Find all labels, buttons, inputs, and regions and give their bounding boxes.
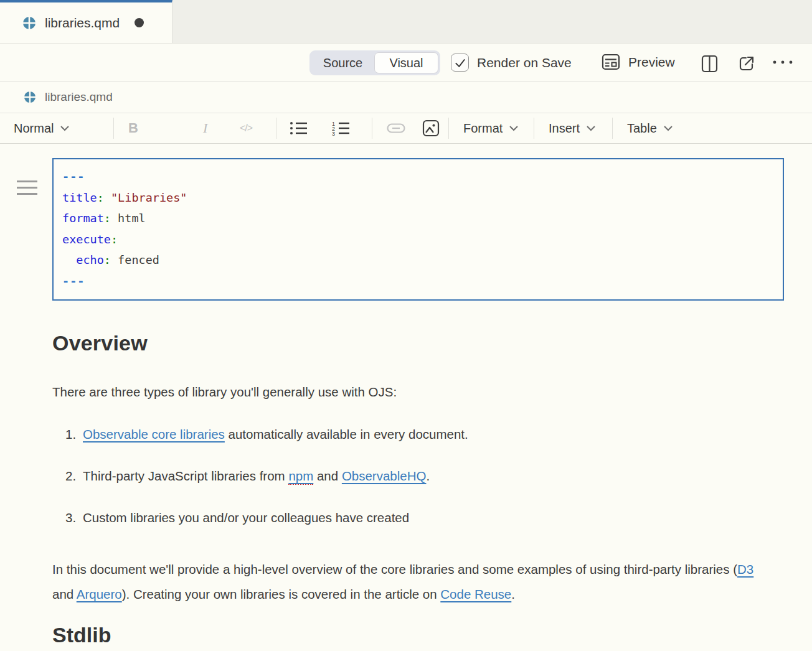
heading-overview: Overview (52, 331, 784, 355)
check-icon (454, 57, 466, 69)
table-menu-label: Table (627, 121, 657, 136)
open-external-icon (738, 55, 755, 72)
doc-text: . (426, 469, 430, 483)
chevron-down-icon (663, 125, 673, 131)
svg-text:3: 3 (332, 131, 335, 136)
list-item-text: Observable core libraries automatically … (83, 427, 468, 441)
list-number: 2. (65, 464, 83, 489)
tab-bar: libraries.qmd (0, 0, 812, 44)
list-item: 3.Custom libraries you and/or your colle… (52, 505, 784, 530)
toolbar-divider (534, 118, 534, 139)
breadcrumb: libraries.qmd (0, 82, 812, 113)
paragraph-style-label: Normal (14, 121, 54, 136)
more-actions-button[interactable] (772, 60, 793, 65)
doc-text: Custom libraries you and/or your colleag… (83, 510, 409, 525)
toolbar-divider (276, 118, 276, 139)
doc-text: Third-party JavaScript libraries from (83, 469, 288, 483)
visual-editor-document: ---title: "Libraries"format: htmlexecute… (0, 158, 812, 647)
yaml-code-line: format: html (62, 208, 774, 229)
doc-link[interactable]: ObservableHQ (342, 469, 427, 483)
yaml-code-line: title: "Libraries" (62, 187, 774, 208)
yaml-code-line: --- (62, 271, 774, 292)
block-menu-handle[interactable] (17, 180, 37, 199)
doc-link[interactable]: npm (288, 469, 313, 485)
body-paragraph: In this document we'll provide a high-le… (52, 557, 765, 607)
toolbar-divider (448, 118, 449, 139)
insert-menu[interactable]: Insert (549, 113, 596, 143)
preview-button[interactable]: Preview (602, 54, 675, 70)
doc-link[interactable]: D3 (737, 562, 753, 576)
yaml-code-line: execute: (62, 229, 774, 250)
chevron-down-icon (60, 125, 70, 131)
insert-menu-label: Insert (549, 121, 580, 136)
bullet-list-icon (290, 121, 308, 135)
yaml-front-matter-block[interactable]: ---title: "Libraries"format: htmlexecute… (52, 158, 784, 301)
doc-text: ). Creating your own libraries is covere… (122, 587, 441, 601)
link-icon (387, 123, 405, 133)
split-editor-icon (701, 55, 718, 73)
bullet-list-button[interactable] (290, 113, 308, 143)
list-number: 1. (65, 422, 83, 447)
breadcrumb-file[interactable]: libraries.qmd (45, 90, 113, 104)
doc-text: . (511, 587, 515, 601)
doc-link[interactable]: Observable core libraries (83, 427, 225, 441)
source-mode-button[interactable]: Source (311, 52, 374, 73)
doc-link[interactable]: Arquero (77, 587, 122, 601)
tab-libraries-qmd[interactable]: libraries.qmd (0, 0, 172, 43)
doc-text: In this document we'll provide a high-le… (52, 562, 737, 576)
image-button[interactable] (422, 113, 440, 143)
format-toolbar: Normal B I </> 1 2 3 (0, 113, 812, 144)
italic-button[interactable]: I (203, 113, 207, 143)
yaml-code-line: --- (62, 166, 774, 187)
code-icon: </> (240, 123, 252, 134)
format-menu[interactable]: Format (463, 113, 519, 143)
list-item-text: Third-party JavaScript libraries from np… (83, 469, 430, 485)
intro-paragraph: There are three types of library you'll … (52, 380, 765, 405)
preview-label: Preview (628, 55, 675, 70)
tab-title: libraries.qmd (45, 16, 120, 30)
more-dots-icon (772, 60, 793, 65)
doc-text: and (52, 587, 77, 601)
numbered-list-icon: 1 2 3 (332, 121, 351, 136)
format-menu-label: Format (463, 121, 503, 136)
editor-toolbar: Source Visual Render on Save Preview (0, 44, 812, 82)
chevron-down-icon (586, 125, 596, 131)
list-item-text: Custom libraries you and/or your colleag… (83, 510, 409, 525)
open-external-button[interactable] (738, 55, 755, 72)
list-item: 2.Third-party JavaScript libraries from … (52, 464, 784, 489)
image-icon (422, 119, 440, 137)
code-button[interactable]: </> (240, 113, 252, 143)
link-button[interactable] (387, 113, 405, 143)
yaml-code-line: echo: fenced (62, 250, 774, 271)
italic-icon: I (203, 120, 207, 136)
toolbar-divider (372, 118, 372, 139)
source-visual-toggle: Source Visual (309, 50, 440, 75)
table-menu[interactable]: Table (627, 113, 673, 143)
render-on-save-checkbox[interactable] (451, 54, 469, 72)
toolbar-divider (113, 118, 114, 139)
split-editor-button[interactable] (701, 55, 718, 73)
preview-icon (602, 54, 620, 70)
quarto-icon (24, 91, 36, 103)
toolbar-divider (612, 118, 613, 139)
bold-button[interactable]: B (128, 113, 138, 143)
quarto-icon (22, 16, 36, 30)
doc-text: automatically available in every documen… (225, 427, 468, 441)
visual-mode-button[interactable]: Visual (374, 52, 438, 73)
render-on-save-label: Render on Save (477, 55, 572, 70)
list-item: 1.Observable core libraries automaticall… (52, 422, 784, 447)
list-number: 3. (65, 505, 83, 530)
paragraph-style-dropdown[interactable]: Normal (14, 113, 70, 143)
chevron-down-icon (509, 125, 519, 131)
unsaved-changes-dot (135, 18, 144, 27)
bold-icon: B (128, 120, 138, 136)
ordered-list: 1.Observable core libraries automaticall… (52, 422, 784, 530)
tab-bar-empty-area (172, 0, 812, 43)
doc-text: and (313, 469, 342, 483)
doc-link[interactable]: Code Reuse (440, 587, 511, 601)
heading-stdlib: Stdlib (52, 623, 784, 647)
numbered-list-button[interactable]: 1 2 3 (332, 113, 351, 143)
